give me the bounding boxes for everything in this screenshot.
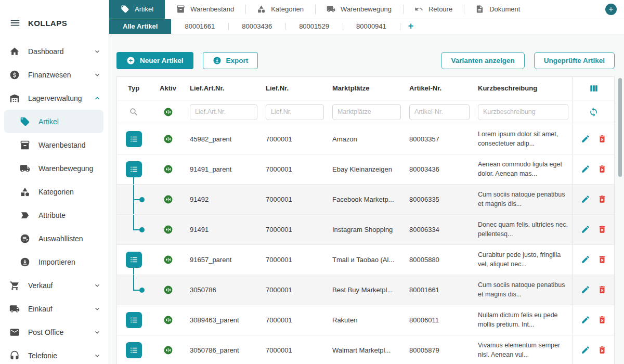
sidebar-item-auswahllisten[interactable]: Auswahllisten xyxy=(0,227,109,250)
chevron-down-icon xyxy=(93,71,101,79)
delete-trash-icon[interactable] xyxy=(597,194,607,204)
add-tab-button[interactable] xyxy=(605,4,617,15)
tab-kategorien[interactable]: Kategorien xyxy=(245,0,315,19)
edit-pencil-icon[interactable] xyxy=(581,225,590,234)
home-icon xyxy=(9,46,20,57)
aktiv-cell xyxy=(150,315,186,325)
sidebar-item-warenbewegung[interactable]: Warenbewegung xyxy=(0,157,109,180)
lief-nr-filter-input[interactable] xyxy=(266,104,324,120)
kurzbeschreibung-text: Donec quam felis, ultricies nec, pellent… xyxy=(478,220,568,239)
variant-list-button[interactable] xyxy=(126,342,142,358)
show-variants-button[interactable]: Varianten anzeigen xyxy=(441,52,524,69)
label-icon xyxy=(20,210,30,220)
sidebar-item-finanzwesen[interactable]: Finanzwesen xyxy=(0,63,109,86)
delete-trash-icon[interactable] xyxy=(597,255,607,264)
edit-pencil-icon[interactable] xyxy=(581,255,590,264)
sidebar-brand: KOLLAPS xyxy=(0,14,109,32)
lief-art-nr-cell: 3050786_parent xyxy=(186,346,262,354)
delete-trash-icon[interactable] xyxy=(597,164,607,174)
chevron-down-icon xyxy=(93,305,101,313)
delete-trash-icon[interactable] xyxy=(597,285,607,294)
sidebar-item-dashboard[interactable]: Dashboard xyxy=(0,40,109,63)
tab-artikel[interactable]: Artikel xyxy=(109,0,165,19)
truck-icon xyxy=(327,5,335,14)
typ-cell xyxy=(117,245,150,275)
edit-pencil-icon[interactable] xyxy=(581,345,590,355)
table-row: 914917000001Instagram Shopping80006334Do… xyxy=(117,215,614,245)
delete-trash-icon[interactable] xyxy=(597,315,607,324)
artikel-nr-filter-input[interactable] xyxy=(409,104,470,120)
lief-nr-cell: 7000001 xyxy=(262,196,328,203)
sidebar-item-importieren[interactable]: Importieren xyxy=(0,250,109,274)
content-body: Neuer Artikel Export Varianten anzeigen … xyxy=(109,34,624,364)
add-subtab-button[interactable]: + xyxy=(400,19,422,34)
columns-icon[interactable] xyxy=(589,83,599,94)
edit-pencil-icon[interactable] xyxy=(581,194,590,204)
edit-pencil-icon[interactable] xyxy=(581,285,590,294)
subtab-80001661[interactable]: 80001661 xyxy=(171,19,228,34)
sync-icon[interactable] xyxy=(589,107,599,117)
unchecked-articles-button[interactable]: Ungeprüfte Artikel xyxy=(534,52,615,69)
artikel-nr-cell: 80003436 xyxy=(405,165,474,173)
typ-filter xyxy=(117,107,150,117)
box-icon xyxy=(176,5,185,14)
new-article-button[interactable]: Neuer Artikel xyxy=(116,52,193,69)
hamburger-menu-icon[interactable] xyxy=(9,17,21,29)
delete-trash-icon[interactable] xyxy=(597,134,607,144)
typ-cell xyxy=(117,215,150,244)
subtab-80003436[interactable]: 80003436 xyxy=(228,19,285,34)
tab-dokument[interactable]: Dokument xyxy=(464,0,531,19)
marktplaetze-filter-input[interactable] xyxy=(332,104,401,120)
subtab-80000941[interactable]: 80000941 xyxy=(343,19,400,34)
tab-retoure[interactable]: Retoure xyxy=(403,0,464,19)
lief-art-nr-cell: 91492 xyxy=(186,196,262,203)
sidebar-item-warenbestand[interactable]: Warenbestand xyxy=(0,133,109,157)
sidebar-item-telefonie[interactable]: Telefonie xyxy=(0,344,109,364)
filter-cell xyxy=(474,104,573,120)
sidebar-item-einkauf[interactable]: Einkauf xyxy=(0,297,109,320)
variant-list-button[interactable] xyxy=(126,131,142,147)
delete-trash-icon[interactable] xyxy=(597,225,607,234)
table-row: 30507867000001Best Buy Marketpl...800016… xyxy=(117,275,614,305)
kurzbeschreibung-cell: Cum sociis natoque penatibus et magnis d… xyxy=(474,280,573,299)
subtab-80001529[interactable]: 80001529 xyxy=(285,19,343,34)
tree-line xyxy=(133,177,134,184)
tab-label: Dokument xyxy=(489,5,520,13)
kurzbeschreibung-text: Nullam dictum felis eu pede mollis preti… xyxy=(478,310,568,329)
edit-pencil-icon[interactable] xyxy=(581,134,590,144)
tree-line xyxy=(133,215,134,230)
sidebar-item-post-office[interactable]: Post Office xyxy=(0,320,109,344)
aktiv-filter[interactable] xyxy=(150,107,186,117)
sidebar-item-verkauf[interactable]: Verkauf xyxy=(0,274,109,297)
edit-pencil-icon[interactable] xyxy=(581,315,590,324)
artikel-nr-cell: 80001661 xyxy=(405,286,474,294)
vertical-scrollbar-thumb[interactable] xyxy=(618,78,622,177)
delete-trash-icon[interactable] xyxy=(597,345,607,355)
tree-node-dot xyxy=(139,288,145,293)
tab-warenbestand[interactable]: Warenbestand xyxy=(165,0,245,19)
sidebar-item-artikel[interactable]: Artikel xyxy=(4,110,103,133)
subtab-alle-artikel[interactable]: Alle Artikel xyxy=(109,19,171,34)
lief-nr-cell: 7000001 xyxy=(262,226,328,233)
kurzbeschreibung-text: Vivamus elementum semper nisi. Aenean vu… xyxy=(478,341,568,359)
tab-warenbewegung[interactable]: Warenbewegung xyxy=(315,0,403,19)
variant-list-button[interactable] xyxy=(126,252,142,268)
export-button[interactable]: Export xyxy=(203,52,258,69)
variant-list-button[interactable] xyxy=(126,312,142,328)
lief-art-nr-cell: 3050786 xyxy=(186,286,262,294)
sidebar-item-attribute[interactable]: Attribute xyxy=(0,203,109,227)
artikel-nr-cell: 80005879 xyxy=(405,346,474,354)
tab-label: Kategorien xyxy=(271,5,304,13)
artikel-nr-cell: 80005880 xyxy=(405,256,474,264)
typ-cell xyxy=(117,275,150,305)
aktiv-cell xyxy=(150,285,186,295)
sidebar-item-kategorien[interactable]: Kategorien xyxy=(0,180,109,203)
kurzbeschreibung-filter-input[interactable] xyxy=(478,104,568,120)
sidebar-item-lagerverwaltung[interactable]: Lagerverwaltung xyxy=(0,86,109,110)
edit-pencil-icon[interactable] xyxy=(581,164,590,174)
toolbar-right: Varianten anzeigen Ungeprüfte Artikel xyxy=(441,52,615,69)
tag-icon xyxy=(121,5,129,14)
tab-label: Warenbewegung xyxy=(341,5,392,13)
lief-art-nr-filter-input[interactable] xyxy=(190,104,257,120)
variant-list-button[interactable] xyxy=(126,161,142,177)
